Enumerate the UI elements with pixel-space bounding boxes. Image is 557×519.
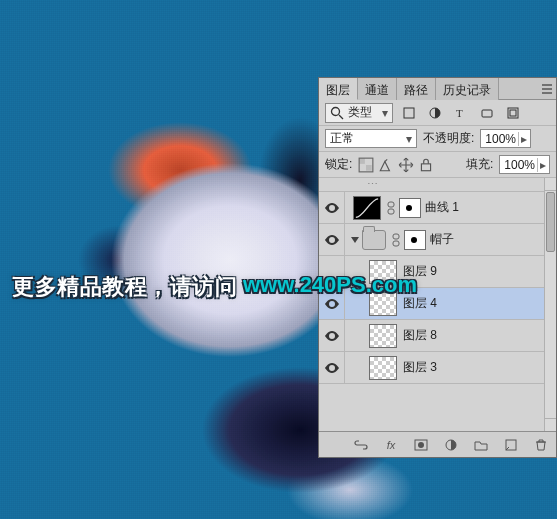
add-mask-icon[interactable]	[412, 436, 430, 454]
svg-line-1	[339, 115, 343, 119]
lock-pixels-icon[interactable]	[378, 157, 394, 173]
watermark: 更多精品教程，请访问 www.240PS.com	[12, 272, 557, 302]
opacity-label: 不透明度:	[423, 130, 474, 147]
layer-row-group-hat[interactable]: 帽子	[319, 224, 556, 256]
layer-overflow-indicator: ⋯	[319, 178, 556, 192]
layer-thumb	[369, 324, 397, 348]
svg-rect-8	[359, 158, 365, 164]
layer-name: 帽子	[430, 231, 454, 248]
watermark-url: www.240PS.com	[243, 272, 417, 302]
visibility-toggle[interactable]	[319, 224, 345, 255]
fill-adjustment-icon[interactable]	[442, 436, 460, 454]
search-icon	[330, 106, 344, 120]
filter-smartobject-icon[interactable]	[503, 103, 523, 123]
layer-name: 图层 3	[403, 359, 437, 376]
svg-rect-2	[404, 108, 414, 118]
group-disclosure-icon[interactable]	[351, 237, 359, 243]
chevron-down-icon: ▾	[376, 106, 388, 120]
new-layer-icon[interactable]	[502, 436, 520, 454]
tab-layers[interactable]: 图层	[319, 78, 358, 100]
chevron-down-icon: ▸	[518, 132, 528, 146]
lock-transparent-icon[interactable]	[358, 157, 374, 173]
filter-type-icon[interactable]: T	[451, 103, 471, 123]
svg-rect-14	[388, 209, 394, 214]
panel-menu-icon[interactable]	[538, 78, 556, 100]
adjustment-thumb	[353, 196, 381, 220]
fill-label: 填充:	[466, 156, 493, 173]
svg-rect-12	[422, 163, 431, 170]
svg-rect-15	[393, 234, 399, 239]
svg-point-0	[332, 107, 340, 115]
visibility-toggle[interactable]	[319, 352, 345, 383]
layer-row[interactable]: 图层 8	[319, 320, 556, 352]
fill-value: 100%	[502, 158, 537, 172]
layer-row-curves[interactable]: 曲线 1	[319, 192, 556, 224]
filter-adjustment-icon[interactable]	[425, 103, 445, 123]
fx-icon[interactable]: fx	[382, 436, 400, 454]
layer-stack: ⋯ 曲线 1	[319, 178, 556, 431]
svg-line-11	[385, 159, 387, 161]
trash-icon[interactable]	[532, 436, 550, 454]
filter-label: 类型	[348, 104, 372, 121]
panel-footer: fx	[319, 431, 556, 457]
layer-name: 图层 8	[403, 327, 437, 344]
lock-label: 锁定:	[325, 156, 352, 173]
opacity-input[interactable]: 100% ▸	[480, 129, 531, 148]
watermark-text: 更多精品教程，请访问	[12, 272, 237, 302]
filter-shape-icon[interactable]	[477, 103, 497, 123]
lock-position-icon[interactable]	[398, 157, 414, 173]
svg-rect-9	[366, 165, 372, 171]
tab-history[interactable]: 历史记录	[436, 78, 499, 100]
link-icon	[387, 201, 395, 215]
svg-rect-7	[510, 110, 516, 116]
tab-channels[interactable]: 通道	[358, 78, 397, 100]
tab-paths[interactable]: 路径	[397, 78, 436, 100]
chevron-down-icon: ▾	[406, 132, 412, 146]
panel-tabs: 图层 通道 路径 历史记录	[319, 78, 556, 100]
chevron-down-icon: ▸	[537, 158, 547, 172]
svg-text:T: T	[456, 107, 463, 119]
opacity-value: 100%	[483, 132, 518, 146]
blend-mode-select[interactable]: 正常 ▾	[325, 129, 417, 148]
layer-filter-select[interactable]: 类型 ▾	[325, 103, 393, 123]
layer-row[interactable]: 图层 3	[319, 352, 556, 384]
svg-point-18	[418, 442, 424, 448]
link-layers-icon[interactable]	[352, 436, 370, 454]
layer-scrollbar[interactable]	[544, 178, 556, 431]
visibility-toggle[interactable]	[319, 320, 345, 351]
link-icon	[392, 233, 400, 247]
filter-pixel-icon[interactable]	[399, 103, 419, 123]
visibility-toggle[interactable]	[319, 192, 345, 223]
layer-mask-thumb[interactable]	[404, 230, 426, 250]
svg-rect-5	[482, 110, 492, 117]
svg-rect-13	[388, 202, 394, 207]
lock-all-icon[interactable]	[418, 157, 434, 173]
scrollbar-thumb[interactable]	[546, 192, 555, 252]
layer-thumb	[369, 356, 397, 380]
folder-icon	[362, 230, 386, 250]
layer-name: 曲线 1	[425, 199, 459, 216]
svg-rect-16	[393, 241, 399, 246]
blend-row: 正常 ▾ 不透明度: 100% ▸	[319, 126, 556, 152]
blend-mode-value: 正常	[330, 130, 354, 147]
layer-mask-thumb[interactable]	[399, 198, 421, 218]
filter-row: 类型 ▾ T	[319, 100, 556, 126]
layers-panel: 图层 通道 路径 历史记录 类型 ▾ T 正常 ▾ 不透明度: 100% ▸ 锁	[318, 77, 557, 458]
fill-input[interactable]: 100% ▸	[499, 155, 550, 174]
new-group-icon[interactable]	[472, 436, 490, 454]
lock-row: 锁定: 填充: 100% ▸	[319, 152, 556, 178]
